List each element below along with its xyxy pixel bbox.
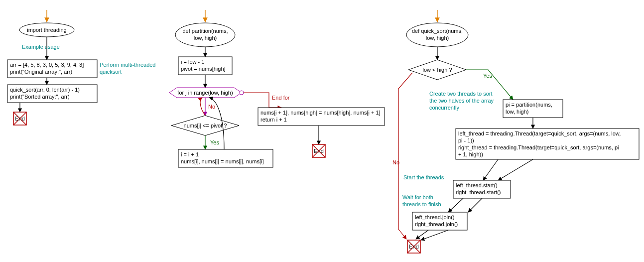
comment: threads to finish [402,201,441,207]
flowchart-3: def quick_sort(nums, low, high) low < hi… [392,10,639,253]
end-icon: End [407,240,420,253]
loop-exit-icon [240,91,244,95]
text: End [409,244,419,250]
text: for j in range(low, high) [177,90,233,96]
text: low < high ? [422,67,452,73]
arrow-icon [448,198,463,212]
text: End [314,148,324,154]
text: def partition(nums, [182,28,228,34]
text: left_thread.join() [415,214,455,220]
end-icon: End [312,144,325,157]
comment: Create two threads to sort [429,91,493,97]
text: End [15,116,25,122]
text: pi - 1)) [458,137,474,143]
text: low, high) [426,35,449,41]
text: nums[i], nums[j] = nums[j], nums[i] [181,158,264,164]
text: right_thread.start() [456,189,501,195]
arrow-icon [200,98,205,116]
text: quick_sort(arr, 0, len(arr) - 1) [10,87,80,93]
text: nums[i + 1], nums[high] = nums[high], nu… [260,110,381,116]
text: def quick_sort(nums, [412,28,463,34]
comment: Wait for both [402,194,433,200]
flowchart-2: def partition(nums, low, high) i = low -… [169,10,385,167]
text: pivot = nums[high] [181,66,226,72]
comment: Example usage [22,44,60,50]
text: arr = [4, 5, 8, 3, 0, 5, 3, 9, 4, 3] [10,62,84,68]
arrow-icon [483,159,498,180]
comment: quicksort [100,69,122,75]
comment: the two halves of the array [429,98,494,104]
end-icon: End [13,112,26,125]
text: return i + 1 [260,117,287,123]
text: right_thread = threading.Thread(target=q… [458,144,619,150]
text: right_thread.join() [415,221,458,227]
text: + 1, high)) [458,151,483,157]
comment: Perform multi-threaded [100,62,156,68]
arrow-icon [398,73,412,239]
arrow-icon [421,230,448,240]
text: nums[j] <= pivot ? [184,123,227,129]
text: pi = partition(nums, [506,102,552,108]
text: left_thread = threading.Thread(target=qu… [458,131,621,136]
text: import threading [27,27,67,33]
text: left_thread.start() [456,182,498,188]
label: No [392,159,399,165]
arrow-icon [468,198,482,212]
comment: Start the threads [403,174,444,180]
text: print("Original array:", arr) [10,69,72,75]
text: low, high) [506,109,528,115]
comment: concurrently [429,105,459,111]
flowchart-1: import threading Example usage arr = [4,… [7,10,156,125]
label: Yes [483,73,492,79]
text: i = low - 1 [181,59,204,65]
label: No [208,104,215,110]
text: i = i + 1 [181,151,199,157]
label: Yes [210,139,219,145]
label: End for [272,95,290,101]
arrow-icon [498,159,533,180]
text: low, high) [194,35,217,41]
text: print("Sorted array:", arr) [10,94,70,100]
